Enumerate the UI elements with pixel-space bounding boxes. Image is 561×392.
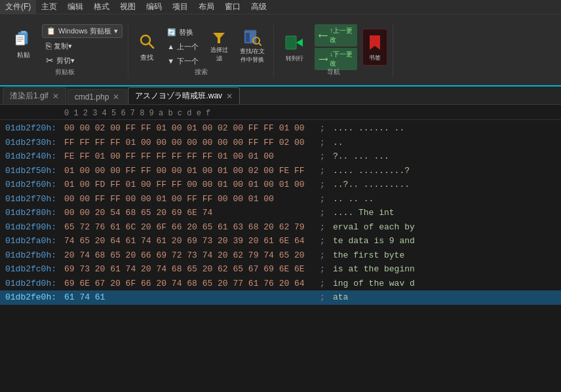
tab-php[interactable]: cmd1.php ✕ — [68, 89, 127, 104]
hex-editor[interactable]: 0 1 2 3 4 5 6 7 8 9 a b c d e f 01db2f20… — [0, 105, 561, 392]
windows-clipboard-icon: 📋 — [47, 27, 56, 35]
paste-button[interactable]: 粘贴 — [8, 24, 39, 64]
bookmark-button[interactable]: 书签 — [362, 29, 387, 66]
hex-row[interactable]: 01db2f20h:00 00 02 00 FF FF 01 00 01 00 … — [0, 121, 561, 136]
goto-line-icon — [284, 32, 305, 53]
hex-separator: ; — [320, 150, 333, 163]
svg-line-7 — [149, 43, 153, 48]
hex-ascii: ing of the wav d — [333, 277, 415, 290]
hex-separator: ; — [320, 206, 333, 220]
nav-arrows: ⟵ ↑上一更改 ⟶ ↓下一更改 — [315, 24, 357, 70]
copy-button[interactable]: ⎘ 复制▾ — [42, 39, 123, 52]
find-in-files-icon — [242, 29, 263, 46]
hex-address: 01db2fc0h: — [5, 263, 64, 276]
hex-bytes: FF FF FF FF 01 00 00 00 00 00 00 00 FF F… — [64, 136, 320, 149]
next-change-button[interactable]: ⟶ ↓下一更改 — [315, 48, 357, 70]
hex-row[interactable]: 01db2f70h:00 00 FF FF 00 00 01 00 FF FF … — [0, 192, 561, 206]
windows-clipboard-button[interactable]: 📋 Windows 剪贴板 ▾ — [42, 24, 123, 38]
hex-bytes: 69 73 20 61 74 20 74 68 65 20 62 65 67 6… — [64, 263, 320, 276]
find-label: 查找 — [140, 53, 153, 62]
svg-marker-14 — [296, 39, 303, 47]
hex-bytes: 65 72 76 61 6C 20 6F 66 20 65 61 63 68 2… — [64, 221, 320, 234]
hex-separator: ; — [320, 136, 333, 149]
hex-address: 01db2fe0h: — [5, 291, 64, 304]
cut-label: 剪切▾ — [56, 56, 75, 66]
replace-button[interactable]: 🔄 替换 — [163, 26, 203, 39]
find-in-files-button[interactable]: 查找/在文件中替换 — [235, 28, 269, 65]
hex-bytes: 00 00 02 00 FF FF 01 00 01 00 02 00 FF F… — [64, 122, 320, 135]
hex-ascii: .... .........? — [333, 165, 410, 178]
navigation-group: 转到行 ⟵ ↑上一更改 ⟶ ↓下一更改 — [275, 24, 393, 78]
hex-bytes: FE FF 01 00 FF FF FF FF FF FF 01 00 01 0… — [64, 150, 320, 163]
hex-separator: ; — [320, 235, 333, 248]
hex-row[interactable]: 01db2f60h:01 00 FD FF 01 00 FF FF 00 00 … — [0, 178, 561, 192]
goto-line-button[interactable]: 转到行 — [280, 29, 310, 66]
filter-button[interactable]: 选择过滤 — [205, 28, 233, 65]
find-button[interactable]: 查找 — [133, 28, 161, 65]
hex-row[interactable]: 01db2f80h:00 00 20 54 68 65 20 69 6E 74 … — [0, 206, 561, 220]
hex-address: 01db2f30h: — [5, 136, 64, 149]
hex-row[interactable]: 01db2f90h:65 72 76 61 6C 20 6F 66 20 65 … — [0, 220, 561, 235]
hex-header: 0 1 2 3 4 5 6 7 8 9 a b c d e f — [0, 108, 561, 120]
bookmark-label: 书签 — [369, 54, 381, 62]
hex-row[interactable]: 01db2f30h:FF FF FF FF 01 00 00 00 00 00 … — [0, 136, 561, 150]
menu-project[interactable]: 项目 — [167, 0, 193, 14]
tab-gif-label: 渣染后1.gif — [10, 90, 48, 102]
ribbon: 粘贴 📋 Windows 剪贴板 ▾ ⎘ 复制▾ ✂ 剪切▾ — [0, 14, 561, 87]
menu-encoding[interactable]: 编码 — [141, 0, 167, 14]
tab-php-close[interactable]: ✕ — [113, 92, 119, 102]
hex-ascii: te data is 9 and — [333, 235, 415, 248]
hex-ascii: the first byte — [333, 249, 404, 262]
hex-row[interactable]: 01db2f50h:01 00 00 00 FF FF 00 00 01 00 … — [0, 164, 561, 178]
hex-separator: ; — [320, 263, 333, 276]
menu-file[interactable]: 文件(F) — [0, 0, 36, 14]
hex-separator: ; — [320, 277, 333, 290]
prev-button[interactable]: ▲ 上一个 — [163, 41, 203, 53]
hex-ascii: .. .. .. — [333, 193, 374, 206]
hex-row[interactable]: 01db2fe0h:61 74 61 ; ata — [0, 290, 561, 305]
goto-line-label: 转到行 — [286, 54, 303, 63]
hex-row[interactable]: 01db2fa0h:74 65 20 64 61 74 61 20 69 73 … — [0, 234, 561, 248]
next-button[interactable]: ▼ 下一个 — [163, 55, 203, 68]
hex-row[interactable]: 01db2fc0h:69 73 20 61 74 20 74 68 65 20 … — [0, 262, 561, 277]
prev-label: 上一个 — [177, 42, 199, 52]
next-icon: ▼ — [167, 57, 174, 65]
prev-change-icon: ⟵ — [319, 32, 328, 39]
tab-wav-label: アスノヨゾラ晴戒班.wav — [135, 90, 222, 102]
hex-ascii: .... The int — [333, 206, 395, 220]
hex-separator: ; — [320, 165, 333, 178]
menu-advanced[interactable]: 高级 — [246, 0, 272, 14]
copy-label: 复制▾ — [54, 41, 72, 51]
menu-view[interactable]: 视图 — [115, 0, 141, 14]
tab-php-label: cmd1.php — [75, 92, 109, 102]
menu-layout[interactable]: 布局 — [193, 0, 220, 14]
next-change-label: ↓下一更改 — [330, 50, 353, 68]
hex-bytes: 00 00 FF FF 00 00 01 00 FF FF 00 00 01 0… — [64, 193, 320, 206]
svg-rect-1 — [21, 31, 26, 33]
menu-window[interactable]: 窗口 — [220, 0, 246, 14]
hex-ascii: .. — [333, 136, 343, 149]
hex-row[interactable]: 01db2fb0h:20 74 68 65 20 66 69 72 73 74 … — [0, 248, 561, 263]
menu-format[interactable]: 格式 — [88, 0, 115, 14]
hex-bytes: 00 00 20 54 68 65 20 69 6E 74 — [64, 206, 320, 220]
menu-home[interactable]: 主页 — [36, 0, 62, 14]
tab-gif-close[interactable]: ✕ — [52, 92, 59, 101]
ribbon-content: 粘贴 📋 Windows 剪贴板 ▾ ⎘ 复制▾ ✂ 剪切▾ — [0, 14, 561, 85]
cut-button[interactable]: ✂ 剪切▾ — [42, 54, 123, 67]
tab-wav-close[interactable]: ✕ — [226, 92, 233, 101]
hex-ascii: erval of each by — [333, 221, 415, 234]
hex-bytes: 01 00 00 00 FF FF 00 00 01 00 01 00 02 0… — [64, 165, 320, 178]
hex-row[interactable]: 01db2fd0h:69 6E 67 20 6F 66 20 74 68 65 … — [0, 277, 561, 291]
find-in-files-label: 查找/在文件中替换 — [238, 47, 267, 64]
tab-wav[interactable]: アスノヨゾラ晴戒班.wav ✕ — [128, 87, 240, 104]
next-label: 下一个 — [177, 56, 199, 66]
tab-gif[interactable]: 渣染后1.gif ✕ — [3, 87, 66, 104]
hex-row[interactable]: 01db2f40h:FE FF 01 00 FF FF FF FF FF FF … — [0, 149, 561, 164]
hex-address: 01db2f60h: — [5, 178, 64, 191]
hex-address: 01db2fd0h: — [5, 277, 64, 290]
prev-change-button[interactable]: ⟵ ↑上一更改 — [315, 24, 357, 47]
hex-bytes: 01 00 FD FF 01 00 FF FF 00 00 01 00 01 0… — [64, 178, 320, 191]
menu-edit[interactable]: 编辑 — [62, 0, 88, 14]
hex-separator: ; — [320, 291, 333, 304]
svg-marker-8 — [213, 33, 225, 43]
